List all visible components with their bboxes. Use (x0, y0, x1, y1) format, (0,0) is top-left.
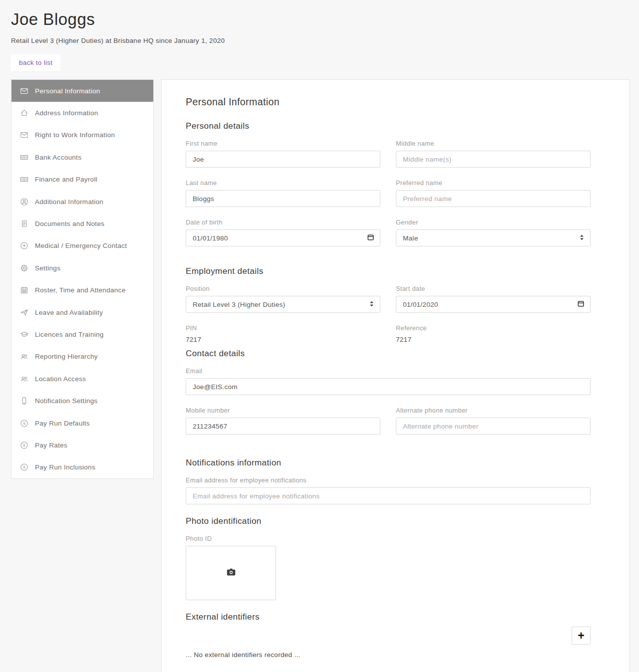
email-label: Email (186, 367, 591, 375)
sidebar-item-location-access[interactable]: Location Access (11, 368, 153, 390)
start-date-field: Start date 01/01/2020 (396, 285, 591, 313)
sidebar-item-roster-time-attendance[interactable]: Roster, Time and Attendance (11, 279, 153, 301)
panel-title: Personal Information (186, 96, 591, 108)
first-name-label: First name (186, 140, 380, 147)
sidebar-item-medical-emergency-contact[interactable]: Medical / Emergency Contact (11, 235, 153, 257)
sidebar-item-label: Finance and Payroll (35, 176, 97, 183)
external-identifiers-empty-text: ... No external identifiers recorded ... (186, 651, 591, 659)
sidebar-item-additional-information[interactable]: Additional Information (11, 191, 153, 213)
sidebar-item-label: Pay Rates (35, 442, 67, 449)
last-name-field: Last name (186, 179, 380, 207)
middle-name-input[interactable] (396, 151, 591, 168)
start-date-input[interactable]: 01/01/2020 (396, 296, 591, 313)
reference-value: 7217 (396, 336, 591, 343)
dollar-circle-icon: $ (20, 441, 28, 449)
sidebar-item-label: Address Information (35, 109, 98, 117)
sidebar-item-label: Pay Run Defaults (35, 420, 90, 427)
position-select[interactable]: Retail Level 3 (Higher Duties) (186, 296, 380, 313)
gender-select[interactable]: Male (396, 229, 591, 246)
sidebar-item-settings[interactable]: Settings (11, 257, 153, 279)
dollar-circle-icon: $ (20, 419, 28, 428)
calendar-picker-icon[interactable] (367, 233, 374, 242)
calendar-picker-icon[interactable] (577, 300, 585, 309)
mobile-number-input[interactable] (186, 418, 380, 435)
sidebar-item-pay-run-inclusions[interactable]: $Pay Run Inclusions (11, 456, 153, 478)
mobile-phone-icon (20, 397, 28, 405)
photo-id-label: Photo ID (186, 535, 591, 542)
sidebar-item-label: Pay Run Inclusions (35, 463, 95, 471)
sidebar-item-label: Additional Information (35, 198, 103, 206)
last-name-input[interactable] (186, 190, 380, 207)
select-updown-icon (579, 234, 585, 242)
employee-role-subtitle: Retail Level 3 (Higher Duties) at Brisba… (11, 37, 630, 44)
last-name-label: Last name (186, 179, 380, 187)
employment-details-heading: Employment details (186, 266, 591, 276)
sidebar-item-address-information[interactable]: Address Information (11, 102, 153, 124)
first-name-input[interactable] (186, 151, 380, 168)
sidebar-item-label: Bank Accounts (35, 154, 81, 161)
calendar-icon (20, 286, 28, 294)
envelope-icon (20, 131, 28, 139)
preferred-name-field: Preferred name (396, 179, 591, 207)
sidebar-item-leave-and-availability[interactable]: Leave and Availability (11, 301, 153, 323)
position-label: Position (186, 285, 380, 292)
photo-id-upload[interactable] (186, 546, 276, 600)
sidebar-item-finance-and-payroll[interactable]: Finance and Payroll (11, 169, 153, 191)
sidebar-item-label: Documents and Notes (35, 220, 104, 227)
camera-icon (226, 567, 237, 580)
document-icon (20, 220, 28, 228)
airplane-icon (20, 308, 28, 317)
sidebar-item-personal-information[interactable]: Personal Information (11, 80, 153, 102)
people-icon (20, 375, 28, 383)
sidebar-item-label: Personal Information (35, 87, 100, 95)
sidebar-item-label: Reporting Hierarchy (35, 353, 98, 360)
employee-sections-sidebar: Personal InformationAddress InformationR… (11, 79, 154, 479)
medical-cross-icon (20, 241, 28, 250)
notification-email-label: Email address for employee notifications (186, 476, 591, 484)
svg-text:$: $ (23, 465, 25, 470)
mobile-number-label: Mobile number (186, 407, 380, 414)
pin-value: 7217 (186, 336, 380, 343)
sidebar-item-notification-settings[interactable]: Notification Settings (11, 390, 153, 412)
gender-field: Gender Male (396, 219, 591, 246)
svg-text:$: $ (23, 421, 25, 426)
sidebar-item-label: Medical / Emergency Contact (35, 242, 127, 249)
alternate-phone-field: Alternate phone number (396, 407, 591, 435)
preferred-name-input[interactable] (396, 190, 591, 207)
sidebar-item-pay-run-defaults[interactable]: $Pay Run Defaults (11, 412, 153, 434)
mobile-number-field: Mobile number (186, 407, 380, 435)
middle-name-label: Middle name (396, 140, 591, 147)
gear-icon (20, 264, 28, 272)
email-input[interactable] (186, 378, 591, 395)
banknote-icon (20, 153, 28, 162)
sidebar-item-label: Roster, Time and Attendance (35, 286, 125, 294)
select-updown-icon (369, 300, 374, 309)
banknote-icon (20, 175, 28, 184)
graduation-cap-icon (20, 330, 28, 339)
date-of-birth-label: Date of birth (186, 219, 380, 226)
reference-label: Reference (396, 324, 591, 332)
dollar-circle-icon: $ (20, 463, 28, 471)
sidebar-item-label: Licences and Training (35, 331, 104, 338)
first-name-field: First name (186, 140, 380, 168)
sidebar-item-pay-rates[interactable]: $Pay Rates (11, 434, 153, 456)
alternate-phone-input[interactable] (396, 418, 591, 435)
add-external-identifier-button[interactable]: + (572, 627, 591, 645)
svg-text:$: $ (23, 443, 25, 448)
sidebar-item-reporting-hierarchy[interactable]: Reporting Hierarchy (11, 346, 153, 368)
notification-email-input[interactable] (186, 487, 591, 504)
page-title: Joe Bloggs (11, 10, 630, 29)
sidebar-item-label: Settings (35, 264, 60, 272)
position-field: Position Retail Level 3 (Higher Duties) (186, 285, 380, 313)
sidebar-item-label: Notification Settings (35, 397, 98, 405)
sidebar-item-licences-and-training[interactable]: Licences and Training (11, 323, 153, 345)
sidebar-item-label: Right to Work Information (35, 131, 115, 139)
date-of-birth-input[interactable]: 01/01/1980 (186, 229, 380, 246)
back-to-list-button[interactable]: back to list (11, 54, 60, 71)
photo-id-field: Photo ID (186, 535, 591, 600)
sidebar-item-documents-and-notes[interactable]: Documents and Notes (11, 213, 153, 234)
sidebar-item-bank-accounts[interactable]: Bank Accounts (11, 146, 153, 168)
pin-label: PIN (186, 324, 380, 332)
photo-identification-heading: Photo identification (186, 516, 591, 526)
sidebar-item-right-to-work-information[interactable]: Right to Work Information (11, 124, 153, 146)
